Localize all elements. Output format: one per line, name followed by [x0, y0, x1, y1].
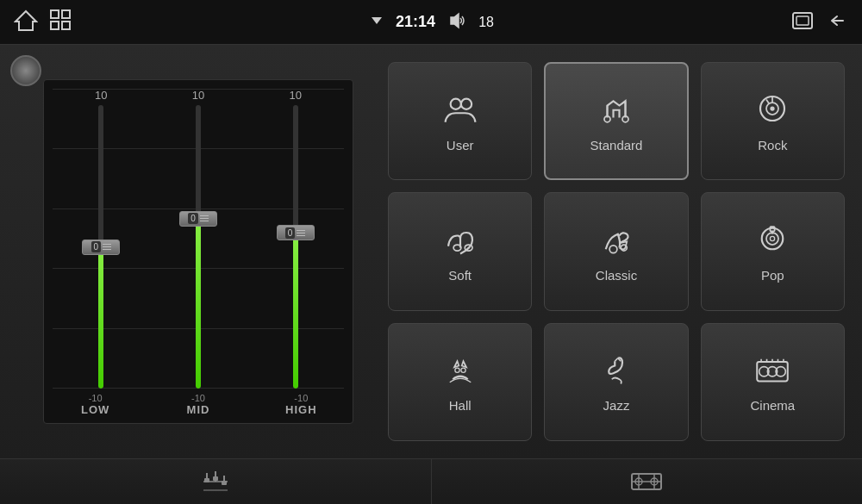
eq-low-track[interactable]: 0: [91, 105, 111, 389]
eq-low-fill: [98, 247, 103, 389]
eq-low-thumb-lines: [103, 244, 111, 250]
pop-icon: [754, 221, 790, 261]
svg-point-24: [766, 233, 778, 245]
status-center: 21:14 18: [370, 11, 494, 34]
classic-icon: [598, 221, 634, 261]
eq-mid-value: 0: [188, 213, 198, 224]
svg-rect-8: [796, 16, 809, 25]
bottom-target-icon: [630, 469, 663, 495]
preset-hall-label: Hall: [449, 398, 472, 413]
eq-mid-fill: [196, 219, 201, 389]
eq-band-mid: 10 0: [155, 89, 241, 389]
preset-cinema[interactable]: Cinema: [701, 323, 845, 441]
preset-pop-label: Pop: [761, 268, 784, 283]
preset-classic[interactable]: Classic: [544, 192, 688, 310]
eq-high-top-label: 10: [289, 89, 301, 102]
eq-circle-knob: [10, 55, 41, 86]
eq-mid-band-label: MID: [187, 403, 210, 416]
preset-cinema-label: Cinema: [750, 398, 795, 413]
preset-standard-label: Standard: [590, 138, 643, 152]
soft-icon: [442, 221, 478, 261]
hall-icon: [442, 351, 478, 391]
preset-user-label: User: [447, 138, 474, 152]
eq-high-bottom-num: -10: [294, 393, 308, 403]
svg-line-30: [615, 358, 618, 362]
eq-band-high: 10 0: [253, 89, 339, 389]
home-icon[interactable]: [14, 8, 38, 36]
eq-panel: 10 0: [0, 45, 371, 458]
eq-high-value: 0: [285, 227, 296, 239]
eq-band-low: 10 0: [58, 89, 144, 389]
status-time: 21:14: [396, 13, 435, 31]
main-content: 10 0: [0, 45, 862, 458]
back-icon[interactable]: [826, 11, 848, 34]
cinema-icon: [754, 351, 790, 391]
eq-high-track[interactable]: 0: [285, 105, 306, 389]
eq-low-bottom-num: -10: [89, 393, 103, 403]
eq-high-thumb[interactable]: 0: [277, 225, 315, 240]
svg-point-25: [771, 236, 775, 240]
speaker-icon: [447, 11, 466, 34]
eq-high-thumb-lines: [297, 230, 305, 236]
eq-mid-track-bg: [196, 105, 201, 389]
eq-sliders-container: 10 0: [43, 79, 353, 424]
svg-rect-44: [222, 481, 227, 485]
svg-marker-0: [16, 11, 36, 30]
eq-bottom-labels: -10 LOW -10 MID -10 HIGH: [44, 389, 353, 423]
eq-mid-track[interactable]: 0: [188, 105, 209, 389]
eq-low-band-label: LOW: [81, 403, 109, 416]
svg-point-9: [450, 98, 460, 109]
svg-rect-4: [62, 22, 70, 29]
svg-rect-40: [204, 478, 209, 482]
eq-high-label-group: -10 HIGH: [258, 393, 344, 416]
eq-low-value: 0: [91, 241, 102, 252]
preset-jazz-label: Jazz: [603, 398, 630, 413]
standard-icon: [598, 90, 634, 131]
eq-high-band-label: HIGH: [285, 403, 317, 416]
status-right-icons: [791, 11, 848, 34]
bottom-eq-icon: [198, 469, 233, 495]
eq-high-fill: [293, 233, 298, 389]
rock-icon: [754, 90, 790, 131]
status-left-icons: [14, 8, 72, 36]
grid-icon[interactable]: [48, 8, 72, 36]
eq-low-thumb[interactable]: 0: [82, 240, 120, 255]
jazz-icon: [598, 351, 634, 391]
preset-standard[interactable]: Standard: [544, 62, 688, 180]
preset-jazz[interactable]: Jazz: [544, 323, 688, 441]
svg-point-21: [609, 246, 617, 253]
svg-point-10: [461, 98, 472, 109]
svg-rect-32: [758, 362, 789, 382]
window-icon[interactable]: [791, 11, 814, 34]
bottom-eq-button[interactable]: [0, 459, 432, 504]
presets-panel: User Standard: [371, 45, 862, 458]
preset-user[interactable]: User: [388, 62, 532, 180]
svg-rect-2: [62, 10, 70, 18]
svg-rect-1: [51, 10, 59, 18]
eq-mid-thumb-lines: [200, 215, 209, 221]
signal-icon: [370, 14, 384, 31]
eq-mid-top-label: 10: [192, 89, 204, 102]
svg-marker-5: [372, 17, 382, 24]
bottom-target-button[interactable]: [432, 459, 863, 504]
eq-low-top-label: 10: [95, 89, 107, 102]
user-icon: [442, 90, 478, 131]
preset-hall[interactable]: Hall: [388, 323, 532, 441]
preset-classic-label: Classic: [596, 268, 637, 283]
svg-rect-42: [213, 476, 218, 481]
preset-pop[interactable]: Pop: [701, 192, 845, 310]
preset-rock[interactable]: Rock: [701, 62, 845, 180]
eq-mid-label-group: -10 MID: [155, 393, 241, 416]
preset-rock-label: Rock: [758, 138, 787, 152]
preset-soft-label: Soft: [448, 268, 472, 283]
bottom-bar: [0, 458, 862, 504]
eq-mid-thumb[interactable]: 0: [179, 211, 217, 227]
svg-rect-3: [51, 22, 59, 29]
svg-point-29: [461, 368, 465, 372]
preset-soft[interactable]: Soft: [388, 192, 532, 310]
svg-marker-6: [451, 14, 459, 28]
svg-point-17: [771, 106, 775, 110]
volume-number: 18: [478, 15, 494, 30]
eq-mid-bottom-num: -10: [191, 393, 205, 403]
sliders-wrapper: 10 0: [53, 89, 344, 389]
